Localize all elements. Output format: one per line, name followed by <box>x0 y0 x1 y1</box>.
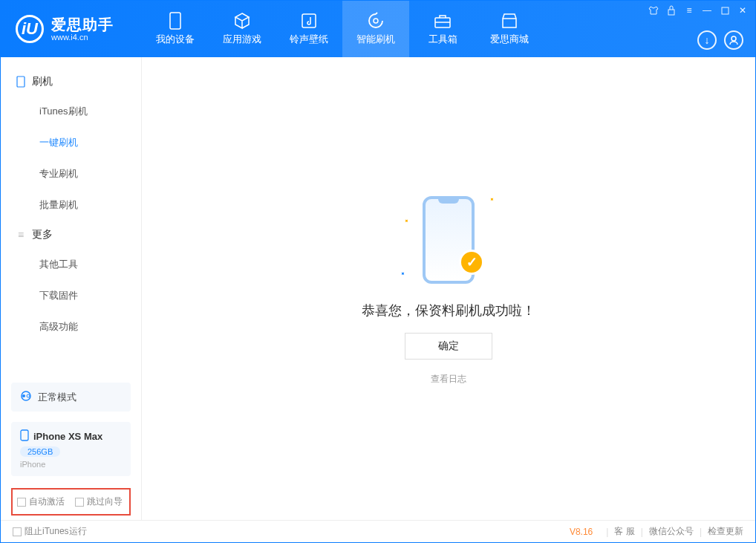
tab-store[interactable]: 爱思商城 <box>476 1 543 57</box>
tab-label: 应用游戏 <box>223 33 261 46</box>
checkbox-icon <box>17 498 26 507</box>
main-content: ✦ ✦ ✦ ✓ 恭喜您，保资料刷机成功啦！ 确定 查看日志 <box>142 57 755 520</box>
device-info-card[interactable]: iPhone XS Max 256GB iPhone <box>11 422 131 476</box>
section-title-label: 更多 <box>32 228 53 241</box>
view-log-link[interactable]: 查看日志 <box>431 373 466 386</box>
tab-my-device[interactable]: 我的设备 <box>142 1 209 57</box>
sidebar-item-pro-flash[interactable]: 专业刷机 <box>1 158 141 189</box>
tab-label: 爱思商城 <box>490 33 529 46</box>
svg-rect-5 <box>722 7 729 14</box>
app-logo-icon: iU <box>16 15 44 43</box>
footer-right: V8.16 | 客 服 | 微信公众号 | 检查更新 <box>570 525 743 538</box>
sidebar-section-flash: 刷机 <box>1 68 141 96</box>
tab-apps-games[interactable]: 应用游戏 <box>209 1 276 57</box>
device-name-label: iPhone XS Max <box>33 431 102 442</box>
checkbox-label: 跳过向导 <box>87 495 123 508</box>
svg-rect-11 <box>21 430 28 440</box>
sidebar-item-other-tools[interactable]: 其他工具 <box>1 249 141 280</box>
store-icon <box>501 12 518 30</box>
tab-smart-flash[interactable]: 智能刷机 <box>342 1 409 57</box>
cube-icon <box>233 12 251 30</box>
divider: | <box>641 527 643 537</box>
menu-icon[interactable]: ≡ <box>684 5 694 16</box>
svg-point-6 <box>731 36 736 41</box>
app-body: 刷机 iTunes刷机 一键刷机 专业刷机 批量刷机 ≡ 更多 其他工具 下载固… <box>1 57 755 520</box>
window-controls: ≡ — ✕ <box>648 5 748 16</box>
sidebar-item-download-firmware[interactable]: 下载固件 <box>1 280 141 311</box>
header-action-circles: ↓ <box>697 30 743 50</box>
version-label: V8.16 <box>570 527 593 537</box>
checkbox-auto-activate[interactable]: 自动激活 <box>17 495 65 508</box>
divider: | <box>606 527 608 537</box>
sidebar-item-itunes-flash[interactable]: iTunes刷机 <box>1 96 141 127</box>
sidebar-section-more: ≡ 更多 <box>1 221 141 249</box>
logo-text: 爱思助手 www.i4.cn <box>51 16 114 42</box>
success-illustration: ✦ ✦ ✦ ✓ <box>389 192 508 288</box>
tab-label: 我的设备 <box>156 33 195 46</box>
footer-link-wechat[interactable]: 微信公众号 <box>649 525 694 538</box>
status-bar: 阻止iTunes运行 V8.16 | 客 服 | 微信公众号 | 检查更新 <box>1 520 755 542</box>
shirt-icon[interactable] <box>648 5 659 16</box>
divider: | <box>700 527 702 537</box>
checkbox-icon <box>13 527 22 536</box>
phone-notch <box>438 199 459 204</box>
download-button[interactable]: ↓ <box>697 30 717 50</box>
flash-options-highlighted: 自动激活 跳过向导 <box>11 488 131 516</box>
tab-label: 铃声壁纸 <box>290 33 328 46</box>
tab-label: 工具箱 <box>428 33 457 46</box>
success-check-icon: ✓ <box>459 250 484 275</box>
svg-rect-1 <box>302 14 316 27</box>
user-button[interactable] <box>724 30 743 50</box>
svg-rect-4 <box>668 10 674 15</box>
section-title-label: 刷机 <box>32 75 53 88</box>
device-mode-card[interactable]: 正常模式 <box>11 383 131 412</box>
minimize-icon[interactable]: — <box>702 5 712 16</box>
ok-button[interactable]: 确定 <box>405 333 492 360</box>
device-icon <box>166 12 184 30</box>
device-name-row: iPhone XS Max <box>20 429 122 443</box>
footer-link-update[interactable]: 检查更新 <box>708 525 743 538</box>
checkbox-label: 自动激活 <box>29 495 65 508</box>
svg-rect-7 <box>17 77 25 87</box>
app-title: 爱思助手 <box>51 16 114 33</box>
logo-area: iU 爱思助手 www.i4.cn <box>1 1 142 57</box>
phone-icon <box>20 429 29 443</box>
checkbox-label: 阻止iTunes运行 <box>25 525 87 538</box>
svg-point-9 <box>22 394 25 397</box>
phone-small-icon <box>16 77 26 87</box>
lock-icon[interactable] <box>666 5 677 16</box>
tab-toolbox[interactable]: 工具箱 <box>409 1 476 57</box>
sidebar: 刷机 iTunes刷机 一键刷机 专业刷机 批量刷机 ≡ 更多 其他工具 下载固… <box>1 57 142 520</box>
refresh-icon <box>367 12 385 30</box>
footer-link-support[interactable]: 客 服 <box>614 525 634 538</box>
success-message: 恭喜您，保资料刷机成功啦！ <box>362 302 535 319</box>
toolbox-icon <box>434 12 452 30</box>
mode-icon <box>20 390 32 404</box>
device-type-label: iPhone <box>20 460 122 469</box>
list-icon: ≡ <box>16 230 26 240</box>
sidebar-item-batch-flash[interactable]: 批量刷机 <box>1 189 141 221</box>
checkbox-block-itunes[interactable]: 阻止iTunes运行 <box>13 525 87 538</box>
close-icon[interactable]: ✕ <box>737 5 748 16</box>
svg-rect-0 <box>170 13 180 29</box>
sidebar-item-advanced[interactable]: 高级功能 <box>1 311 141 342</box>
app-header: iU 爱思助手 www.i4.cn 我的设备 应用游戏 铃声壁纸 智能刷机 工具… <box>1 1 755 57</box>
checkbox-icon <box>75 498 84 507</box>
app-subtitle: www.i4.cn <box>51 33 114 42</box>
sparkle-icon: ✦ <box>399 270 407 278</box>
music-icon <box>300 12 318 30</box>
tab-label: 智能刷机 <box>356 33 395 46</box>
checkbox-skip-wizard[interactable]: 跳过向导 <box>75 495 123 508</box>
svg-point-10 <box>27 394 30 397</box>
maximize-icon[interactable] <box>720 5 730 16</box>
sidebar-item-oneclick-flash[interactable]: 一键刷机 <box>1 127 141 158</box>
svg-point-2 <box>374 19 378 23</box>
header-tabs: 我的设备 应用游戏 铃声壁纸 智能刷机 工具箱 爱思商城 <box>142 1 543 57</box>
sparkle-icon: ✦ <box>403 217 411 225</box>
device-capacity-badge: 256GB <box>20 446 60 457</box>
mode-label: 正常模式 <box>38 391 76 404</box>
tab-ringtones[interactable]: 铃声壁纸 <box>276 1 342 57</box>
sparkle-icon: ✦ <box>488 195 496 204</box>
